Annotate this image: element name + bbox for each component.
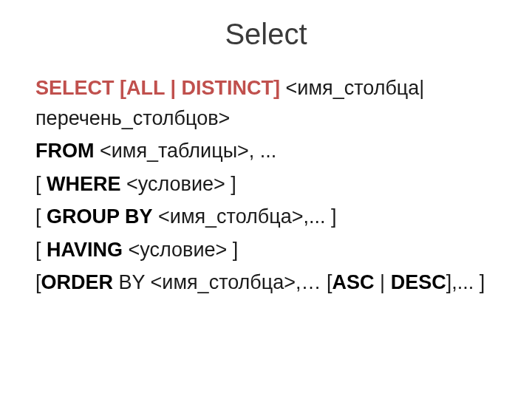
text <box>115 77 120 99</box>
keyword-asc: ASC <box>332 271 375 293</box>
text: <имя_столбца>,… [ <box>151 271 332 293</box>
bracket-open: [ <box>35 239 47 261</box>
keyword-having: HAVING <box>47 239 123 261</box>
bracket-close: ] <box>273 77 280 99</box>
text: ],... ] <box>446 271 485 293</box>
text: <условие> ] <box>121 173 236 195</box>
keyword-select: SELECT <box>35 77 115 99</box>
keyword-by: BY <box>113 271 151 293</box>
syntax-line-3: [ WHERE <условие> ] <box>35 169 497 200</box>
keyword-where: WHERE <box>47 173 121 195</box>
keyword-desc: DESC <box>391 271 446 293</box>
syntax-line-6: [ORDER BY <имя_столбца>,… [ASC | DESC],.… <box>35 267 497 298</box>
bracket-open: [ <box>35 271 41 293</box>
text: <условие> ] <box>123 239 238 261</box>
keyword-distinct: DISTINCT <box>182 77 274 99</box>
bracket-open: [ <box>120 77 126 99</box>
text: <имя_столбца>,... ] <box>153 205 337 228</box>
keyword-all: ALL <box>126 77 165 99</box>
pipe: | <box>375 271 391 293</box>
syntax-line-2: FROM <имя_таблицы>, ... <box>35 136 497 166</box>
pipe: | <box>165 77 182 99</box>
bracket-open: [ <box>35 173 47 195</box>
text: <имя_таблицы>, ... <box>94 140 276 162</box>
slide-body: SELECT [ALL | DISTINCT] <имя_столбца| пе… <box>35 73 497 298</box>
syntax-line-4: [ GROUP BY <имя_столбца>,... ] <box>35 202 497 232</box>
slide-title: Select <box>35 18 497 51</box>
bracket-open: [ <box>35 205 47 228</box>
keyword-order: ORDER <box>41 271 114 293</box>
slide: Select SELECT [ALL | DISTINCT] <имя_стол… <box>0 0 532 399</box>
syntax-line-1: SELECT [ALL | DISTINCT] <имя_столбца| пе… <box>35 73 497 133</box>
keyword-group-by: GROUP BY <box>47 205 153 228</box>
syntax-line-5: [ HAVING <условие> ] <box>35 235 497 265</box>
keyword-from: FROM <box>35 140 94 162</box>
